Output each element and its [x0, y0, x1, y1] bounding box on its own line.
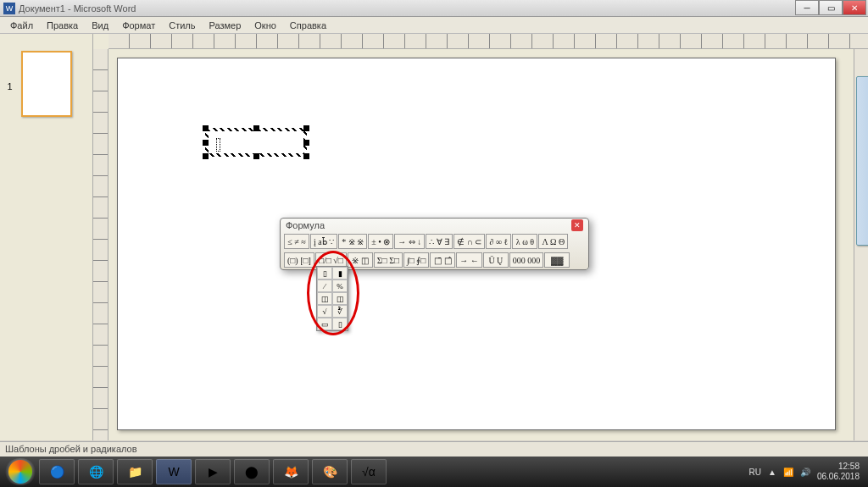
fbtn-spacing[interactable]: į ab̄ ∵	[310, 234, 337, 249]
menu-size[interactable]: Размер	[202, 19, 248, 32]
clock-date: 06.06.2018	[817, 472, 860, 482]
thumbnail-panel: 1	[0, 34, 93, 440]
fbtn-embellish[interactable]: * ※ ※	[338, 234, 367, 249]
formula-row-symbols: ≤ ≠ ≈ į ab̄ ∵ * ※ ※ ± • ⊗ → ⇔ ↓ ∴ ∀ ∃ ∉ …	[281, 232, 588, 251]
formula-close-button[interactable]: ✕	[571, 219, 583, 231]
tray-volume-icon[interactable]: 🔊	[800, 468, 810, 477]
palette-box1[interactable]: ◫	[317, 292, 332, 305]
vertical-ruler[interactable]	[93, 49, 108, 440]
window-title: Документ1 - Microsoft Word	[19, 3, 865, 14]
palette-slash[interactable]: ⁄	[317, 279, 332, 292]
taskbar-app-media[interactable]: ▶	[195, 459, 231, 484]
system-tray: RU ▲ 📶 🔊 12:58 06.06.2018	[749, 462, 865, 482]
window-titlebar: W Документ1 - Microsoft Word ─ ▭ ✕	[0, 0, 868, 17]
palette-nroot[interactable]: ∛	[332, 305, 348, 318]
fbtn-matrices2[interactable]: ▓▓	[544, 252, 570, 268]
fbtn-logical[interactable]: ∴ ∀ ∃	[426, 234, 453, 249]
fbtn-summation[interactable]: Σ□ Σ□	[374, 252, 403, 268]
fbtn-greek-lower[interactable]: λ ω θ	[512, 234, 537, 249]
menu-bar: Файл Правка Вид Формат Стиль Размер Окно…	[0, 17, 868, 34]
clock-time: 12:58	[817, 462, 860, 472]
menu-format[interactable]: Формат	[115, 19, 162, 32]
fbtn-arrows[interactable]: → ⇔ ↓	[394, 234, 425, 249]
tray-lang[interactable]: RU	[749, 468, 761, 477]
windows-orb-icon	[8, 460, 32, 484]
word-app-icon: W	[3, 3, 15, 14]
resize-handle-tm[interactable]	[253, 125, 259, 131]
fraction-radical-palette[interactable]: ▯▮ ⁄% ◫◫ √∛ ▭▯	[316, 266, 348, 331]
formula-toolbar-title[interactable]: Формула ✕	[281, 219, 588, 232]
resize-handle-bl[interactable]	[203, 153, 209, 159]
taskbar-app-firefox[interactable]: 🦊	[273, 459, 309, 484]
resize-handle-mr[interactable]	[303, 140, 309, 146]
fbtn-operators[interactable]: ± • ⊗	[368, 234, 393, 249]
taskbar-app-chrome[interactable]: ⬤	[234, 459, 270, 484]
fbtn-misc[interactable]: ∂ ∞ ℓ	[486, 234, 511, 249]
vscroll-thumb[interactable]	[856, 76, 868, 246]
palette-long2[interactable]: ▯	[332, 318, 348, 330]
start-button[interactable]	[3, 458, 37, 485]
palette-fraction-v[interactable]: ▯	[317, 267, 332, 279]
minimize-button[interactable]: ─	[795, 0, 819, 15]
taskbar-app-word[interactable]: W	[156, 459, 192, 484]
taskbar-app-paint[interactable]: 🎨	[312, 459, 348, 484]
fbtn-set-theory[interactable]: ∉ ∩ ⊂	[453, 234, 485, 249]
palette-box2[interactable]: ◫	[332, 292, 348, 305]
fbtn-labeled-arrows[interactable]: → ←	[456, 252, 482, 268]
palette-long1[interactable]: ▭	[317, 318, 332, 330]
equation-object[interactable]	[205, 128, 307, 157]
resize-handle-tl[interactable]	[203, 125, 209, 131]
menu-window[interactable]: Окно	[248, 19, 283, 32]
status-text: Шаблоны дробей и радикалов	[5, 444, 137, 454]
maximize-button[interactable]: ▭	[819, 0, 843, 15]
fbtn-matrices[interactable]: 000 000	[509, 252, 544, 268]
taskbar-app-explorer[interactable]: 📁	[117, 459, 153, 484]
menu-file[interactable]: Файл	[3, 19, 40, 32]
vertical-scrollbar[interactable]	[854, 49, 868, 440]
fbtn-integrals[interactable]: ∫□ ∮□	[403, 252, 429, 268]
palette-percent[interactable]: %	[332, 279, 348, 292]
menu-style[interactable]: Стиль	[162, 19, 202, 32]
menu-help[interactable]: Справка	[283, 19, 333, 32]
status-bar: Шаблоны дробей и радикалов	[0, 441, 868, 457]
palette-sqrt[interactable]: √	[317, 305, 332, 318]
fbtn-greek-upper[interactable]: Λ Ω Θ	[538, 234, 568, 249]
tray-flag-icon[interactable]: ▲	[768, 468, 776, 477]
resize-handle-tr[interactable]	[303, 125, 309, 131]
fbtn-overbar[interactable]: □̄ □̂	[430, 252, 455, 268]
resize-handle-br[interactable]	[303, 153, 309, 159]
fbtn-products[interactable]: Ū Ų	[483, 252, 509, 268]
tray-clock[interactable]: 12:58 06.06.2018	[817, 462, 860, 482]
windows-taskbar: 🔵 🌐 📁 W ▶ ⬤ 🦊 🎨 √α RU ▲ 📶 🔊 12:58 06.06.…	[0, 457, 868, 487]
equation-editor-area[interactable]	[209, 131, 303, 153]
fbtn-fences[interactable]: (□) [□]	[284, 252, 314, 268]
close-button[interactable]: ✕	[843, 0, 866, 15]
menu-view[interactable]: Вид	[85, 19, 115, 32]
equation-cursor	[216, 138, 220, 152]
taskbar-app-opera[interactable]: 🔵	[39, 459, 75, 484]
resize-handle-ml[interactable]	[203, 140, 209, 146]
fbtn-subscripts[interactable]: ※ ◫	[348, 252, 373, 268]
formula-title-text: Формула	[286, 220, 325, 230]
horizontal-ruler[interactable]	[108, 34, 868, 49]
taskbar-app-ie[interactable]: 🌐	[78, 459, 114, 484]
menu-edit[interactable]: Правка	[40, 19, 85, 32]
tray-network-icon[interactable]: 📶	[783, 468, 793, 477]
resize-handle-bm[interactable]	[253, 153, 259, 159]
taskbar-app-mathtype[interactable]: √α	[351, 459, 387, 484]
page-number: 1	[8, 81, 13, 91]
formula-toolbar[interactable]: Формула ✕ ≤ ≠ ≈ į ab̄ ∵ * ※ ※ ± • ⊗ → ⇔ …	[280, 218, 589, 270]
page-thumbnail[interactable]: 1	[21, 51, 72, 117]
palette-fraction-i[interactable]: ▮	[332, 267, 348, 279]
fbtn-relational[interactable]: ≤ ≠ ≈	[284, 234, 309, 249]
